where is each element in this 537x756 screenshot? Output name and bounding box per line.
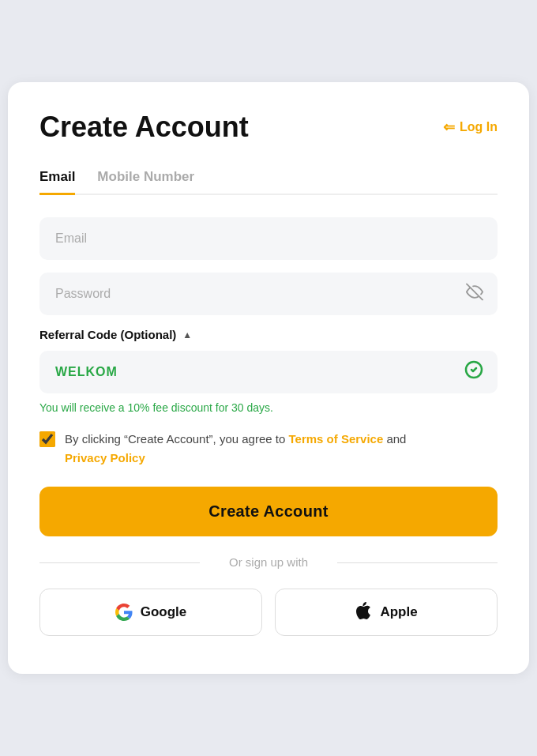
terms-text: By clicking “Create Account”, you agree … [65, 430, 406, 468]
tab-email[interactable]: Email [39, 169, 75, 195]
referral-input-wrapper [39, 351, 498, 393]
page-header: Create Account ⇐ Log In [39, 111, 498, 144]
or-divider: Or sign up with [39, 555, 498, 570]
referral-arrow-icon: ▲ [182, 329, 192, 340]
privacy-policy-link[interactable]: Privacy Policy [65, 451, 145, 465]
terms-before: By clicking “Create Account”, you agree … [65, 432, 288, 446]
apple-icon [355, 602, 372, 622]
auth-tabs: Email Mobile Number [39, 169, 498, 195]
terms-checkbox[interactable] [39, 431, 55, 447]
google-signup-button[interactable]: Google [39, 589, 262, 636]
login-label: Log In [460, 120, 498, 134]
password-field[interactable] [39, 273, 498, 315]
email-field[interactable] [39, 217, 498, 260]
referral-label-text: Referral Code (Optional) [39, 328, 176, 341]
swap-icon: ⇐ [443, 118, 455, 136]
or-text: Or sign up with [229, 555, 308, 569]
google-icon [115, 604, 133, 621]
create-account-card: Create Account ⇐ Log In Email Mobile Num… [8, 82, 529, 674]
apple-signup-button[interactable]: Apple [275, 589, 498, 636]
discount-text: You will receive a 10% fee discount for … [39, 401, 498, 414]
referral-input[interactable] [39, 351, 498, 393]
referral-valid-icon [464, 360, 483, 384]
terms-of-service-link[interactable]: Terms of Service [288, 432, 383, 446]
terms-middle: and [383, 432, 406, 446]
create-account-button[interactable]: Create Account [39, 487, 498, 536]
tab-mobile[interactable]: Mobile Number [97, 169, 194, 195]
password-wrapper [39, 273, 498, 315]
page-title: Create Account [39, 111, 249, 144]
terms-row: By clicking “Create Account”, you agree … [39, 430, 498, 468]
google-label: Google [141, 604, 187, 620]
apple-label: Apple [380, 604, 417, 620]
login-link[interactable]: ⇐ Log In [443, 118, 498, 136]
referral-toggle[interactable]: Referral Code (Optional) ▲ [39, 328, 498, 341]
social-buttons: Google Apple [39, 589, 498, 636]
toggle-password-icon[interactable] [466, 284, 483, 305]
